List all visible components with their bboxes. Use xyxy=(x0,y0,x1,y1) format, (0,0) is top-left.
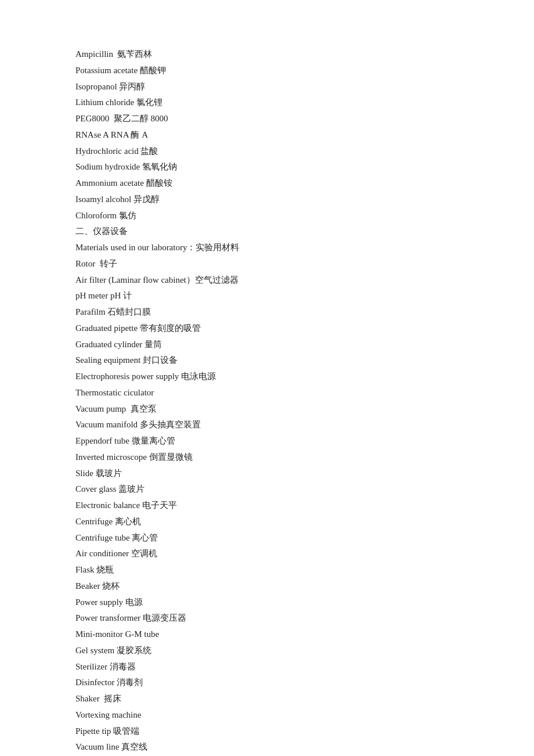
line-33: Flask 烧瓶 xyxy=(75,562,459,578)
line-42: Vortexing machine xyxy=(75,707,459,723)
line-30: Centrifuge 离心机 xyxy=(75,514,459,530)
line-44: Vacuum line 真空线 xyxy=(75,739,459,755)
line-11: Chloroform 氯仿 xyxy=(75,208,459,224)
line-26: Inverted microscope 倒置显微镜 xyxy=(75,449,459,466)
line-2: Potassium acetate 醋酸钾 xyxy=(75,63,459,79)
line-18: Graduated pipette 带有刻度的吸管 xyxy=(75,321,459,337)
line-22: Thermostatic ciculator xyxy=(75,385,459,401)
line-15: Air filter (Laminar flow cabinet）空气过滤器 xyxy=(75,272,459,289)
line-3: Isopropanol 异丙醇 xyxy=(75,79,459,95)
line-6: RNAse A RNA 酶 A xyxy=(75,127,459,143)
line-4: Lithium chloride 氯化锂 xyxy=(75,95,459,111)
line-37: Mini-monitor G-M tube xyxy=(75,627,459,643)
line-36: Power transformer 电源变压器 xyxy=(75,610,459,627)
line-21: Electrophoresis power supply 电泳电源 xyxy=(75,369,459,385)
line-8: Sodium hydroxide 氢氧化钠 xyxy=(75,159,459,175)
line-13: Materials used in our laboratory：实验用材料 xyxy=(75,240,459,256)
line-27: Slide 载玻片 xyxy=(75,466,459,482)
line-12: 二、仪器设备 xyxy=(75,224,459,240)
line-41: Shaker 摇床 xyxy=(75,691,459,707)
line-40: Disinfector 消毒剂 xyxy=(75,675,459,691)
line-1: Ampicillin 氨苄西林 xyxy=(75,46,459,63)
line-17: Parafilm 石蜡封口膜 xyxy=(75,304,459,321)
line-29: Electronic balance 电子天平 xyxy=(75,498,459,514)
line-23: Vacuum pump 真空泵 xyxy=(75,401,459,417)
line-28: Cover glass 盖玻片 xyxy=(75,481,459,498)
line-34: Beaker 烧杯 xyxy=(75,578,459,595)
line-10: Isoamyl alcohol 异戊醇 xyxy=(75,192,459,208)
line-38: Gel system 凝胶系统 xyxy=(75,643,459,659)
line-31: Centrifuge tube 离心管 xyxy=(75,530,459,546)
line-32: Air conditioner 空调机 xyxy=(75,546,459,562)
line-24: Vacuum manifold 多头抽真空装置 xyxy=(75,417,459,433)
line-39: Sterilizer 消毒器 xyxy=(75,659,459,675)
line-14: Rotor 转子 xyxy=(75,256,459,272)
line-25: Eppendorf tube 微量离心管 xyxy=(75,433,459,449)
line-19: Graduated cylinder 量筒 xyxy=(75,337,459,353)
line-20: Sealing equipment 封口设备 xyxy=(75,352,459,369)
line-16: pH meter pH 计 xyxy=(75,288,459,304)
main-content: Ampicillin 氨苄西林Potassium acetate 醋酸钾Isop… xyxy=(0,0,534,756)
line-7: Hydrochloric acid 盐酸 xyxy=(75,143,459,160)
line-9: Ammonium acetate 醋酸铵 xyxy=(75,175,459,192)
line-35: Power supply 电源 xyxy=(75,595,459,611)
line-5: PEG8000 聚乙二醇 8000 xyxy=(75,111,459,127)
line-43: Pipette tip 吸管端 xyxy=(75,723,459,740)
